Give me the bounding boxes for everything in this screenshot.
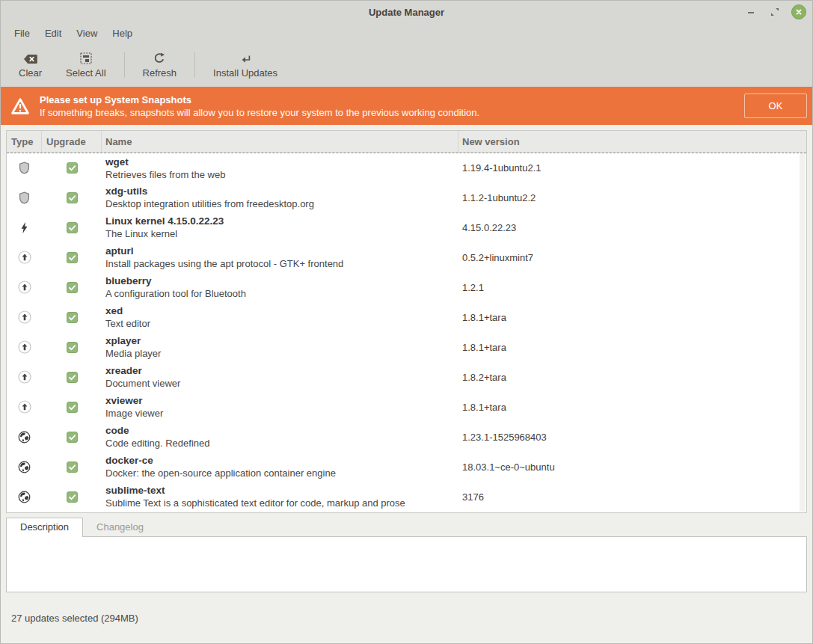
snapshot-warning-banner: Please set up System Snapshots If someth… (1, 87, 812, 125)
column-header-new-version[interactable]: New version (458, 131, 806, 152)
upgrade-cell (42, 342, 102, 353)
check-icon (68, 373, 76, 381)
table-row[interactable]: wgetRetrieves files from the web1.19.4-1… (7, 153, 806, 183)
package-name: xed (105, 304, 458, 317)
column-header-type[interactable]: Type (7, 131, 42, 152)
upgrade-cell (42, 282, 102, 293)
table-row[interactable]: apturlInstall packages using the apt pro… (7, 242, 806, 272)
upgrade-checkbox[interactable] (67, 342, 78, 353)
window-title: Update Manager (369, 7, 444, 18)
package-description: Docker: the open-source application cont… (105, 467, 458, 479)
package-description: A configuration tool for Bluetooth (105, 287, 458, 300)
toolbar-button-label: Install Updates (213, 67, 277, 79)
package-description: Text editor (105, 317, 458, 330)
table-row[interactable]: xplayerMedia player1.8.1+tara (7, 332, 806, 362)
clear-button[interactable]: Clear (7, 49, 54, 82)
clear-icon (23, 54, 38, 64)
upgrade-checkbox[interactable] (67, 222, 78, 233)
close-button[interactable] (791, 4, 806, 19)
name-cell: xedText editor (102, 304, 458, 330)
ok-button[interactable]: OK (744, 93, 807, 118)
new-version-cell: 1.8.2+tara (458, 372, 806, 383)
type-cell (7, 431, 42, 444)
upgrade-cell (42, 162, 102, 174)
thirdparty-icon (18, 491, 31, 503)
upgrade-checkbox[interactable] (67, 282, 78, 293)
banner-text: Please set up System Snapshots If someth… (40, 93, 744, 119)
package-name: xviewer (105, 394, 458, 407)
toolbar: ClearSelect AllRefreshInstall Updates (1, 43, 812, 87)
upgrade-checkbox[interactable] (67, 162, 78, 174)
type-cell (7, 310, 42, 324)
upgrade-checkbox[interactable] (67, 372, 78, 383)
package-name: code (105, 424, 458, 437)
security-icon (19, 162, 30, 174)
banner-title: Please set up System Snapshots (40, 93, 744, 106)
menu-help[interactable]: Help (105, 25, 140, 41)
table-row[interactable]: Linux kernel 4.15.0.22.23The Linux kerne… (7, 212, 806, 242)
menubar: FileEditViewHelp (1, 23, 812, 43)
table-row[interactable]: xdg-utilsDesktop integration utilities f… (7, 183, 806, 212)
table-row[interactable]: sublime-textSublime Text is a sophistica… (7, 482, 806, 512)
toolbar-separator (194, 52, 195, 78)
type-cell (7, 251, 42, 264)
refresh-button[interactable]: Refresh (131, 49, 189, 82)
name-cell: apturlInstall packages using the apt pro… (102, 245, 458, 270)
table-row[interactable]: docker-ceDocker: the open-source applica… (7, 452, 806, 482)
upgrade-checkbox[interactable] (67, 402, 78, 413)
vertical-scrollbar[interactable] (800, 153, 806, 512)
table-row[interactable]: xreaderDocument viewer1.8.2+tara (7, 362, 806, 392)
upgrade-checkbox[interactable] (67, 312, 78, 323)
table-row[interactable]: codeCode editing. Redefined1.23.1-152596… (7, 422, 806, 452)
menu-file[interactable]: File (7, 25, 37, 41)
maximize-icon (770, 7, 779, 16)
name-cell: sublime-textSublime Text is a sophistica… (102, 484, 458, 509)
package-name: sublime-text (105, 484, 458, 497)
install-updates-icon (239, 54, 251, 64)
type-cell (7, 370, 42, 384)
table-row[interactable]: xviewerImage viewer1.8.1+tara (7, 392, 806, 422)
package-description: Code editing. Redefined (105, 437, 458, 450)
upgrade-cell (42, 252, 102, 263)
type-cell (7, 461, 42, 473)
new-version-cell: 0.5.2+linuxmint7 (458, 252, 806, 263)
maximize-button[interactable] (767, 4, 782, 19)
upgrade-checkbox[interactable] (67, 461, 78, 473)
check-icon (68, 343, 76, 352)
toolbar-separator (124, 52, 125, 78)
upgrade-checkbox[interactable] (67, 491, 78, 503)
menu-view[interactable]: View (69, 25, 105, 41)
upgrade-checkbox[interactable] (67, 192, 78, 203)
type-cell (7, 491, 42, 503)
column-header-upgrade[interactable]: Upgrade (42, 131, 102, 152)
menu-edit[interactable]: Edit (37, 25, 69, 41)
table-row[interactable]: blueberryA configuration tool for Blueto… (7, 272, 806, 302)
tab-description[interactable]: Description (6, 518, 83, 537)
check-icon (68, 164, 76, 172)
tab-changelog[interactable]: Changelog (83, 518, 157, 536)
update-icon (18, 251, 31, 264)
type-cell (7, 400, 42, 414)
select-all-button[interactable]: Select All (54, 49, 117, 82)
upgrade-cell (42, 432, 102, 443)
update-icon (18, 340, 31, 354)
column-header-name[interactable]: Name (102, 131, 458, 152)
check-icon (68, 254, 76, 262)
name-cell: xreaderDocument viewer (102, 364, 458, 390)
check-icon (68, 313, 76, 322)
install-updates-button[interactable]: Install Updates (201, 49, 289, 82)
upgrade-checkbox[interactable] (67, 252, 78, 263)
table-body: wgetRetrieves files from the web1.19.4-1… (7, 153, 806, 512)
check-icon (68, 224, 76, 232)
select-all-icon (80, 52, 92, 64)
table-row[interactable]: xedText editor1.8.1+tara (7, 302, 806, 332)
banner-message: If something breaks, snapshots will allo… (40, 106, 744, 119)
status-text: 27 updates selected (294MB) (11, 613, 138, 624)
description-panel (6, 536, 807, 592)
update-icon (18, 310, 31, 324)
package-description: The Linux kernel (105, 227, 458, 240)
type-cell (7, 191, 42, 204)
minimize-button[interactable] (743, 4, 758, 19)
upgrade-checkbox[interactable] (67, 432, 78, 443)
package-name: Linux kernel 4.15.0.22.23 (105, 215, 458, 227)
